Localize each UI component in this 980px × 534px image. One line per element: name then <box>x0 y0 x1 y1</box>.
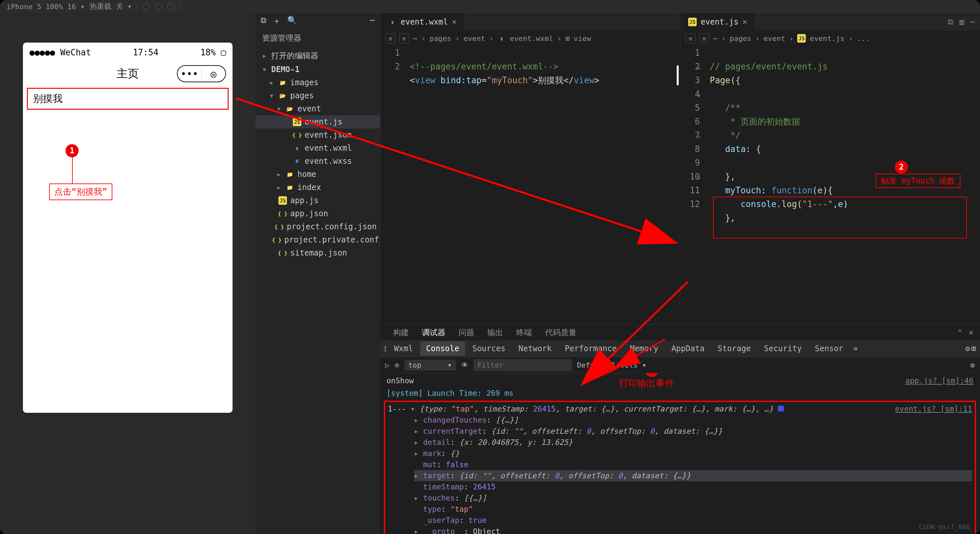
project-root[interactable]: ▾DEMO-1 <box>256 63 380 76</box>
devtab-active[interactable]: Console <box>420 341 465 356</box>
simulator: ●●●●● WeChat 17:54 18% ▢ 主页 ••• ◎ 别摸我 1 … <box>23 43 232 413</box>
copy-icon[interactable]: ⧉ <box>261 16 266 26</box>
file-app.js[interactable]: JSapp.js <box>256 194 380 207</box>
more-icon[interactable]: » <box>853 344 858 353</box>
align-icon[interactable]: ≡ <box>699 33 709 43</box>
levels-selector[interactable]: Default levels ▾ <box>577 361 647 369</box>
panel-tab[interactable]: 输出 <box>487 327 503 338</box>
devtab[interactable]: Storage <box>712 341 757 356</box>
clear-icon[interactable]: ⊘ <box>395 361 399 369</box>
align-icon[interactable]: ≡ <box>385 33 395 43</box>
js-icon: JS <box>278 196 287 205</box>
top-toolbar: iPhone 5 100% 16 ▾ 热重载 关 ▾ <box>0 0 980 13</box>
bottom-panel: 构建 调试器 问题 输出 终端 代码质量 ⌃ × ⟟ Wxml Console … <box>380 324 980 534</box>
toolbar-icon[interactable] <box>155 3 162 10</box>
json-icon: { } <box>293 131 301 139</box>
battery: 18% ▢ <box>200 48 226 57</box>
more-icon[interactable]: ⋯ <box>370 16 375 26</box>
new-file-icon[interactable]: ＋ <box>273 16 281 26</box>
more-icon[interactable]: ⋯ <box>970 18 975 27</box>
devtab[interactable]: Wxml <box>388 341 419 356</box>
play-icon[interactable]: ▷ <box>385 361 390 369</box>
touch-view[interactable]: 别摸我 <box>27 88 229 110</box>
chevron-up-icon[interactable]: ⌃ <box>958 328 962 337</box>
carrier: ●●●●● WeChat <box>29 48 91 57</box>
open-editors-section[interactable]: ▸打开的编辑器 <box>256 48 380 63</box>
json-icon: { } <box>272 236 281 244</box>
target-icon[interactable]: ◎ <box>202 68 226 80</box>
file-event.wxml[interactable]: ▮event.wxml <box>256 142 380 155</box>
breadcrumb-left[interactable]: ≡ ≡ ⋯ › pages› event› ▮ event.wxml› ⊞vie… <box>380 31 680 46</box>
folder-icon: 📂 <box>278 91 287 100</box>
folder-pages[interactable]: ▾📂pages <box>256 89 380 102</box>
inspect-icon[interactable]: ⟟ <box>384 344 387 353</box>
explorer-title: 资源管理器 <box>256 29 380 47</box>
source-link[interactable]: event.js? [sm]:11 <box>895 403 972 414</box>
panel-tab[interactable]: 问题 <box>458 327 474 338</box>
folder-index[interactable]: ▸📁index <box>256 181 380 194</box>
hotreload-toggle[interactable]: 热重载 关 ▾ <box>90 2 132 11</box>
editor-pane-js: JS event.js × ⧉ ▥ ⋯ ≡ ≡ ⋯› <box>680 13 980 324</box>
panel-tab-active[interactable]: 调试器 <box>422 327 445 338</box>
menu-icon[interactable]: ••• <box>178 68 201 80</box>
device-selector[interactable]: iPhone 5 100% 16 ▾ <box>6 3 84 11</box>
mytouch-highlight <box>713 196 967 239</box>
wxss-icon: # <box>293 157 301 166</box>
close-icon[interactable]: × <box>452 18 457 27</box>
file-project.private.config...[interactable]: { }project.private.config... <box>256 233 380 246</box>
gear-icon[interactable]: ⚙ <box>965 344 970 353</box>
eye-icon[interactable]: 👁 <box>461 361 468 369</box>
clock: 17:54 <box>133 48 159 57</box>
devtab[interactable]: Sensor <box>809 341 849 356</box>
devtools-tabs[interactable]: ⟟ Wxml Console Sources Network Performan… <box>380 340 980 357</box>
search-icon[interactable]: 🔍 <box>287 16 297 26</box>
tab-event-js[interactable]: JS event.js × <box>680 13 755 31</box>
annotation-marker-1: 1 <box>65 144 79 157</box>
wxml-icon: ▮ <box>388 18 397 26</box>
folder-icon: 📁 <box>278 78 287 87</box>
devtab[interactable]: Security <box>758 341 808 356</box>
dock-icon[interactable]: ⊞ <box>972 344 976 353</box>
file-event.js[interactable]: JSevent.js <box>256 115 380 128</box>
tab-event-wxml[interactable]: ▮ event.wxml × <box>380 13 465 31</box>
panel-tabs[interactable]: 构建 调试器 问题 输出 终端 代码质量 ⌃ × <box>380 325 980 340</box>
align-icon[interactable]: ≡ <box>686 33 695 43</box>
js-icon: JS <box>688 18 697 26</box>
file-sitemap.json[interactable]: { }sitemap.json <box>256 246 380 260</box>
file-event.wxss[interactable]: #event.wxss <box>256 155 380 168</box>
devtab[interactable]: Sources <box>466 341 511 356</box>
gear-icon[interactable]: ⚙ <box>970 361 975 369</box>
capsule[interactable]: ••• ◎ <box>177 65 226 82</box>
toolbar-icon[interactable] <box>167 3 175 10</box>
toolbar-icon[interactable] <box>143 3 150 10</box>
folder-home[interactable]: ▸📁home <box>256 168 380 181</box>
js-icon: JS <box>797 34 806 43</box>
close-icon[interactable]: × <box>743 18 747 27</box>
wxml-icon: ▮ <box>497 34 506 43</box>
wxml-icon: ▮ <box>293 144 301 152</box>
align-icon[interactable]: ≡ <box>399 33 409 43</box>
filter-input[interactable] <box>474 359 572 371</box>
file-event.json[interactable]: { }event.json <box>256 128 380 142</box>
annotation-2: 触发 myTouch 函数 <box>876 174 960 188</box>
folder-images[interactable]: ▸📁images <box>256 76 380 89</box>
devtab[interactable]: Network <box>512 341 557 356</box>
folder-event[interactable]: ▾📂event <box>256 102 380 115</box>
editor-pane-wxml: ▮ event.wxml × ≡ ≡ ⋯ › pages› event› ▮ e… <box>380 13 680 324</box>
context-selector[interactable]: top▾ <box>404 360 456 370</box>
devtab[interactable]: AppData <box>665 341 710 356</box>
compare-icon[interactable]: ⧉ <box>948 18 953 27</box>
breadcrumb-right[interactable]: ≡ ≡ ⋯› pages› event› JS event.js› ... <box>680 31 980 46</box>
split-icon[interactable]: ▥ <box>959 18 964 27</box>
file-project.config.json[interactable]: { }project.config.json <box>256 220 380 233</box>
devtab[interactable]: Memory <box>624 341 664 356</box>
source-link[interactable]: app.js? [sm]:46 <box>905 375 974 386</box>
panel-tab[interactable]: 构建 <box>393 327 409 338</box>
panel-tab[interactable]: 终端 <box>516 327 532 338</box>
text-cursor <box>677 65 679 85</box>
close-icon[interactable]: × <box>969 328 974 337</box>
devtab[interactable]: Performance <box>559 341 623 356</box>
annotation-1: 点击“别摸我” <box>49 183 112 200</box>
file-app.json[interactable]: { }app.json <box>256 207 380 220</box>
panel-tab[interactable]: 代码质量 <box>545 327 576 338</box>
